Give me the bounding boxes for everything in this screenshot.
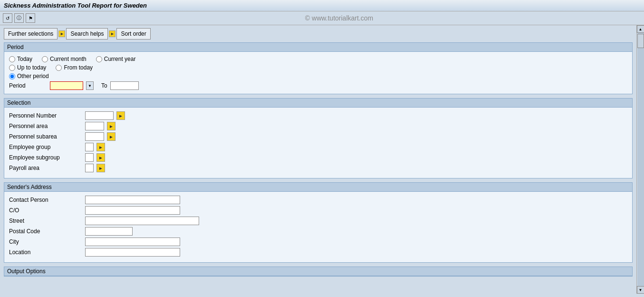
employee-subgroup-label: Employee subgroup xyxy=(9,154,85,161)
sel-row-personnel-number: Personnel Number ► xyxy=(9,111,627,120)
payroll-area-label: Payroll area xyxy=(9,165,85,171)
addr-row-location: Location xyxy=(9,248,627,257)
bookmark-icon[interactable]: ⚑ xyxy=(26,13,35,23)
radio-current-month-label[interactable]: Current month xyxy=(42,56,87,62)
calendar-button[interactable]: ▼ xyxy=(86,81,94,90)
contact-person-input[interactable] xyxy=(85,196,180,204)
radio-current-month[interactable] xyxy=(42,56,48,62)
up-to-today-text: Up to today xyxy=(17,64,46,71)
radio-from-today[interactable] xyxy=(56,65,62,71)
personnel-area-arrow[interactable]: ► xyxy=(107,122,115,130)
senders-address-header: Sender's Address xyxy=(4,183,632,192)
period-input-row: Period ▼ To xyxy=(9,81,627,90)
personnel-number-label: Personnel Number xyxy=(9,112,85,119)
period-row-2: Up to today From today xyxy=(9,64,627,71)
selection-header: Selection xyxy=(4,99,632,108)
location-label: Location xyxy=(9,249,85,256)
search-helps-label: Search helps xyxy=(70,30,104,37)
radio-today-label[interactable]: Today xyxy=(9,56,32,62)
co-input[interactable] xyxy=(85,206,180,215)
personnel-subarea-label: Personnel subarea xyxy=(9,133,85,140)
personnel-subarea-arrow[interactable]: ► xyxy=(107,132,115,141)
personnel-number-arrow[interactable]: ► xyxy=(116,111,125,120)
radio-up-to-today[interactable] xyxy=(9,65,15,71)
period-header: Period xyxy=(4,43,632,52)
personnel-area-label: Personnel area xyxy=(9,123,85,129)
output-options-header: Output Options xyxy=(4,267,632,276)
scroll-thumb[interactable] xyxy=(637,34,644,48)
period-from-input[interactable] xyxy=(50,81,83,90)
scroll-down-icon: ▼ xyxy=(639,288,643,292)
addr-row-street: Street xyxy=(9,217,627,225)
payroll-area-input[interactable] xyxy=(85,164,94,172)
radio-current-year-label[interactable]: Current year xyxy=(96,56,136,62)
employee-subgroup-arrow[interactable]: ► xyxy=(96,153,105,162)
radio-up-to-today-label[interactable]: Up to today xyxy=(9,64,46,71)
info-icon[interactable]: ⓘ xyxy=(14,13,24,23)
street-label: Street xyxy=(9,218,85,224)
current-year-text: Current year xyxy=(104,56,136,62)
current-month-text: Current month xyxy=(50,56,87,62)
tab-further-selections[interactable]: Further selections xyxy=(4,28,58,40)
scroll-down-button[interactable]: ▼ xyxy=(637,286,644,294)
addr-row-postal-code: Postal Code xyxy=(9,227,627,236)
postal-code-label: Postal Code xyxy=(9,228,85,235)
from-today-text: From today xyxy=(64,64,93,71)
city-label: City xyxy=(9,238,85,245)
sort-order-label: Sort order xyxy=(121,30,146,37)
tab-search-helps[interactable]: Search helps xyxy=(66,28,108,40)
addr-row-contact-person: Contact Person xyxy=(9,196,627,204)
addr-row-co: C/O xyxy=(9,206,627,215)
toolbar: ↺ ⓘ ⚑ © www.tutorialkart.com xyxy=(0,11,644,25)
period-row-3: Other period xyxy=(9,73,627,79)
selection-body: Personnel Number ► Personnel area ► Pers… xyxy=(4,108,632,178)
tab-bar: Further selections ► Search helps ► Sort… xyxy=(4,28,633,40)
today-text: Today xyxy=(17,56,32,62)
radio-today[interactable] xyxy=(9,56,15,62)
scrollbar[interactable]: ▲ ▼ xyxy=(636,25,644,294)
location-input[interactable] xyxy=(85,248,180,257)
sel-row-employee-subgroup: Employee subgroup ► xyxy=(9,153,627,162)
period-field-label: Period xyxy=(9,82,47,89)
page-title: Sickness Administration Tool Report for … xyxy=(4,2,147,9)
nav-back-icon[interactable]: ↺ xyxy=(3,13,12,23)
payroll-area-arrow[interactable]: ► xyxy=(96,164,105,172)
to-label: To xyxy=(101,82,107,89)
radio-other-period[interactable] xyxy=(9,73,15,79)
senders-address-section: Sender's Address Contact Person C/O Stre… xyxy=(4,182,633,263)
street-input[interactable] xyxy=(85,217,199,225)
other-period-text: Other period xyxy=(17,73,49,79)
employee-group-label: Employee group xyxy=(9,144,85,150)
further-selections-label: Further selections xyxy=(8,30,53,37)
scroll-up-icon: ▲ xyxy=(639,27,643,31)
radio-other-period-label[interactable]: Other period xyxy=(9,73,49,79)
personnel-number-input[interactable] xyxy=(85,111,114,120)
scroll-up-button[interactable]: ▲ xyxy=(637,25,644,33)
sel-row-personnel-subarea: Personnel subarea ► xyxy=(9,132,627,141)
tab-sort-order[interactable]: Sort order xyxy=(116,28,150,40)
personnel-area-input[interactable] xyxy=(85,122,104,130)
content-area: Further selections ► Search helps ► Sort… xyxy=(0,25,636,294)
output-options-section: Output Options xyxy=(4,267,633,277)
senders-address-body: Contact Person C/O Street Postal Code Ci… xyxy=(4,192,632,262)
addr-row-city: City xyxy=(9,238,627,246)
arrow-icon-1: ► xyxy=(58,30,65,37)
employee-subgroup-input[interactable] xyxy=(85,153,94,162)
period-body: Today Current month Current year Up to t… xyxy=(4,52,632,94)
radio-current-year[interactable] xyxy=(96,56,102,62)
sel-row-payroll-area: Payroll area ► xyxy=(9,164,627,172)
title-bar: Sickness Administration Tool Report for … xyxy=(0,0,644,11)
employee-group-arrow[interactable]: ► xyxy=(96,143,105,151)
radio-from-today-label[interactable]: From today xyxy=(56,64,93,71)
sel-row-personnel-area: Personnel area ► xyxy=(9,122,627,130)
employee-group-input[interactable] xyxy=(85,143,94,151)
personnel-subarea-input[interactable] xyxy=(85,132,104,141)
contact-person-label: Contact Person xyxy=(9,197,85,203)
postal-code-input[interactable] xyxy=(85,227,133,236)
watermark: © www.tutorialkart.com xyxy=(37,14,641,22)
period-row-1: Today Current month Current year xyxy=(9,56,627,62)
city-input[interactable] xyxy=(85,238,180,246)
main-content: Further selections ► Search helps ► Sort… xyxy=(0,25,644,294)
period-to-input[interactable] xyxy=(110,81,139,90)
scroll-track[interactable] xyxy=(637,33,644,286)
